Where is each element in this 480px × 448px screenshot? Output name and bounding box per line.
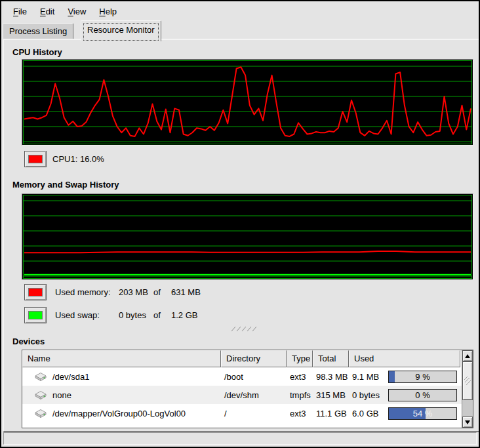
device-directory: /boot xyxy=(221,367,287,386)
device-name: /dev/mapper/VolGroup00-LogVol00 xyxy=(52,409,186,418)
used-swap-color-chip xyxy=(28,311,43,319)
device-row-2[interactable]: /dev/mapper/VolGroup00-LogVol00/ext311.1… xyxy=(22,404,462,422)
thumb-grip-icon xyxy=(464,377,471,386)
device-type: ext3 xyxy=(287,404,313,422)
used-memory-total: 631 MB xyxy=(171,284,201,300)
device-name: /dev/sda1 xyxy=(52,372,89,382)
menu-file[interactable]: File xyxy=(7,4,33,19)
device-usage-progressbar: 54 % xyxy=(388,407,457,420)
device-directory: / xyxy=(221,404,287,422)
device-row-0[interactable]: /dev/sda1/bootext398.3 MB9.1 MB9 % xyxy=(22,367,462,386)
devices-columns: NameDirectoryTypeTotalUsed /dev/sda1/boo… xyxy=(22,350,462,428)
device-used-amount: 6.0 GB xyxy=(352,409,378,418)
arrow-up-icon xyxy=(465,354,470,358)
arrow-down-icon xyxy=(465,420,470,424)
column-header-type[interactable]: Type xyxy=(287,350,313,367)
used-memory-of: of xyxy=(153,284,161,300)
status-bar xyxy=(3,432,477,445)
column-header-used[interactable]: Used xyxy=(349,350,460,367)
device-row-1[interactable]: none/dev/shmtmpfs315 MB0 bytes0 % xyxy=(22,386,462,404)
usage-percent-label: 9 % xyxy=(389,371,456,382)
devices-table-body: /dev/sda1/bootext398.3 MB9.1 MB9 %none/d… xyxy=(22,367,462,422)
tab-bar: Process ListingResource Monitor xyxy=(3,20,477,39)
column-header-name[interactable]: Name xyxy=(22,350,221,367)
used-swap-color-swatch-button[interactable] xyxy=(24,307,47,323)
used-swap-of: of xyxy=(153,307,161,323)
cpu1-legend-label: CPU1: 16.0% xyxy=(52,151,104,167)
scroll-down-button[interactable] xyxy=(462,417,473,428)
tab-resource-monitor[interactable]: Resource Monitor xyxy=(81,20,161,41)
menubar: FileEditViewHelp xyxy=(3,3,477,20)
device-used-amount: 0 bytes xyxy=(352,390,380,400)
device-used-amount: 9.1 MB xyxy=(352,372,379,382)
device-total: 98.3 MB xyxy=(313,367,349,386)
device-directory: /dev/shm xyxy=(221,386,287,404)
scrollbar-thumb[interactable] xyxy=(462,361,473,400)
cpu1-color-chip xyxy=(28,155,43,163)
device-total: 315 MB xyxy=(313,386,349,404)
system-monitor-window: FileEditViewHelp Process ListingResource… xyxy=(0,0,480,448)
column-header-total[interactable]: Total xyxy=(313,350,349,367)
device-name: none xyxy=(52,390,71,400)
menu-view[interactable]: View xyxy=(61,4,92,19)
memory-swap-history-title: Memory and Swap History xyxy=(12,180,119,190)
devices-table: NameDirectoryTypeTotalUsed /dev/sda1/boo… xyxy=(22,350,473,428)
hard-disk-icon xyxy=(33,390,48,400)
column-header-directory[interactable]: Directory xyxy=(221,350,287,367)
memory-swap-history-graph xyxy=(22,193,473,280)
device-total: 11.1 GB xyxy=(313,404,349,422)
memory-graph-svg xyxy=(23,195,472,279)
pane-resize-grip[interactable] xyxy=(230,323,258,329)
device-usage-progressbar: 9 % xyxy=(388,371,457,383)
usage-percent-label: 0 % xyxy=(389,390,456,401)
devices-table-header: NameDirectoryTypeTotalUsed xyxy=(22,350,462,367)
cpu-history-title: CPU History xyxy=(12,47,62,57)
used-memory-color-swatch-button[interactable] xyxy=(24,284,47,300)
cpu-history-graph xyxy=(22,59,473,146)
tab-process-listing[interactable]: Process Listing xyxy=(3,23,73,40)
used-memory-label: Used memory: xyxy=(55,284,111,300)
resource-monitor-page: CPU History CPU1: 16.0% Memory and Swap … xyxy=(3,39,480,432)
used-swap-label: Used swap: xyxy=(55,307,100,323)
cpu-graph-svg xyxy=(23,60,472,144)
devices-vertical-scrollbar[interactable] xyxy=(462,350,473,428)
grip-hatch-icon xyxy=(230,326,258,332)
menu-help[interactable]: Help xyxy=(92,4,123,19)
devices-title: Devices xyxy=(12,336,45,346)
menu-edit[interactable]: Edit xyxy=(33,4,61,19)
used-memory-value: 203 MB xyxy=(119,284,148,300)
device-usage-progressbar: 0 % xyxy=(388,389,457,401)
hard-disk-icon xyxy=(33,408,48,418)
usage-percent-label: 54 % xyxy=(389,408,456,419)
used-memory-color-chip xyxy=(28,288,43,296)
hard-disk-icon xyxy=(33,371,48,382)
scroll-up-button[interactable] xyxy=(462,350,473,361)
cpu1-color-swatch-button[interactable] xyxy=(24,151,47,167)
device-type: ext3 xyxy=(287,367,313,386)
used-swap-total: 1.2 GB xyxy=(171,307,197,323)
used-swap-value: 0 bytes xyxy=(119,307,146,323)
device-type: tmpfs xyxy=(287,386,313,404)
tab-label: Resource Monitor xyxy=(87,25,155,35)
tab-label: Process Listing xyxy=(9,26,67,36)
